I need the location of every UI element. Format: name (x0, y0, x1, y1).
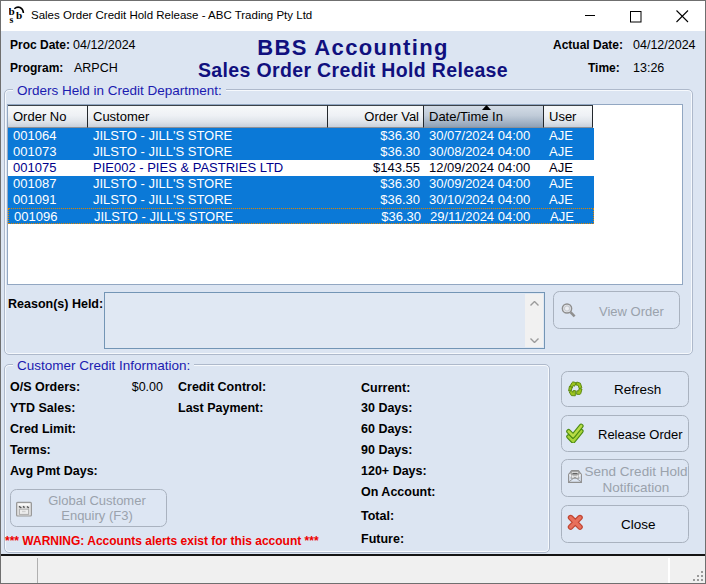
svg-text:b: b (16, 9, 22, 21)
svg-text:s: s (9, 14, 13, 25)
